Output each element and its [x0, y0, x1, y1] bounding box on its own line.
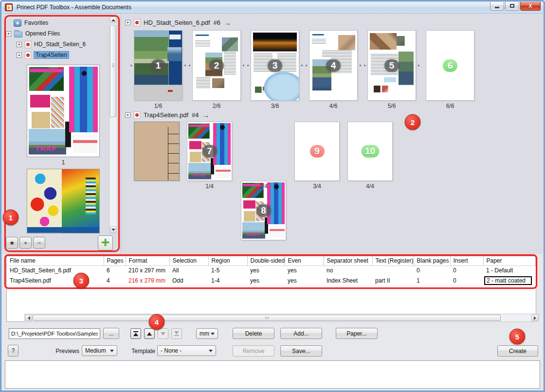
insert-arrow-icon[interactable]: → [224, 18, 231, 27]
save-button[interactable]: Save... [280, 345, 322, 356]
move-up-button[interactable] [144, 328, 155, 339]
create-button[interactable]: Create [497, 345, 538, 356]
column-header[interactable]: Double-sided [247, 256, 285, 266]
cell-selection[interactable]: All [169, 266, 208, 275]
help-button[interactable]: ? [8, 345, 18, 356]
previews-dropdown[interactable]: Medium [82, 345, 117, 356]
expander-icon[interactable]: + [17, 53, 22, 58]
sidebar-page-thumbnail-2[interactable] [27, 169, 100, 233]
page-thumbnail-blank[interactable]: 10 [347, 122, 393, 181]
unit-dropdown[interactable]: mm [196, 328, 218, 339]
document-name[interactable]: HD_Stadt_Seiten_6.pdf [144, 19, 210, 26]
expander-icon[interactable]: + [17, 42, 22, 47]
cell-text-register[interactable]: part II [372, 275, 414, 286]
page-thumbnail[interactable]: 2 [192, 30, 241, 101]
column-header[interactable]: Region [208, 256, 247, 266]
title-bar[interactable]: Prinect PDF Toolbox - Assemble Documents… [1, 1, 544, 14]
cell-insert[interactable]: 0 [450, 266, 483, 275]
column-header[interactable]: Even [285, 256, 324, 266]
cell-double-sided[interactable]: yes [247, 275, 285, 286]
paper-button[interactable]: Paper... [336, 328, 378, 339]
expander-icon[interactable]: + [125, 20, 130, 25]
column-header[interactable]: Text (Register) [372, 256, 414, 266]
cell-blank-pages[interactable]: 1 [414, 275, 450, 286]
pdf-icon [25, 52, 31, 59]
cell-paper[interactable]: 1 - Default [483, 266, 535, 275]
sidebar-item-favorites[interactable]: ★ Favorites [14, 18, 48, 27]
column-header[interactable]: Pages [104, 256, 126, 266]
add-document-button[interactable]: + [98, 235, 113, 250]
delete-button[interactable]: Delete [233, 328, 274, 339]
expander-icon[interactable]: + [125, 112, 130, 118]
page-thumbnail[interactable]: 8 [241, 181, 286, 240]
column-header[interactable]: Format [126, 256, 169, 266]
scroll-up-button[interactable] [110, 17, 116, 23]
horizontal-scrollbar[interactable] [24, 314, 539, 322]
cell-format[interactable]: 210 x 297 mm [126, 266, 169, 275]
paper-edit-box[interactable]: 2 - matt coated [484, 276, 532, 285]
browse-button[interactable]: ... [103, 328, 119, 339]
document-name[interactable]: Trap4Seiten.pdf [144, 111, 188, 119]
collapse-button[interactable]: − [33, 237, 45, 249]
move-to-bottom-button[interactable] [171, 328, 182, 339]
cell-region[interactable]: 1-4 [208, 275, 247, 286]
insert-arrow-icon[interactable]: → [202, 111, 210, 119]
cell-format-warning[interactable]: 216 x 279 mm [126, 275, 169, 286]
maximize-button[interactable] [505, 1, 519, 11]
column-header[interactable]: File name [7, 256, 104, 266]
column-header[interactable]: Paper [483, 256, 535, 266]
cell-text-register[interactable] [372, 266, 414, 275]
cell-insert[interactable]: 0 [450, 275, 483, 286]
move-to-top-button[interactable] [130, 328, 141, 339]
path-input[interactable] [9, 328, 100, 339]
close-button[interactable]: X [520, 1, 541, 11]
column-header[interactable]: Insert [450, 256, 483, 266]
expander-icon[interactable]: + [6, 31, 11, 36]
add-button[interactable]: Add... [280, 328, 322, 339]
cell-selection[interactable]: Odd [169, 275, 208, 286]
cell-even[interactable]: yes [285, 275, 324, 286]
sidebar-item-opened-files[interactable]: + Opened Files [6, 29, 60, 38]
scroll-down-button[interactable] [110, 226, 116, 233]
column-header[interactable]: Blank pages [414, 256, 450, 266]
cell-double-sided[interactable]: yes [247, 266, 285, 275]
cell-file-name[interactable]: HD_Stadt_Seiten_6.pdf [7, 266, 104, 275]
cell-region[interactable]: 1-5 [208, 266, 247, 275]
page-thumbnail-blank[interactable]: 6 [426, 30, 474, 101]
page-thumbnail[interactable]: 7 [187, 122, 232, 181]
sidebar-page-thumbnail-1[interactable] [27, 65, 100, 157]
page-thumbnail[interactable]: 4 [309, 30, 358, 101]
remove-button[interactable]: Remove [233, 345, 274, 356]
move-down-button[interactable] [158, 328, 168, 339]
expand-button[interactable]: + [19, 237, 32, 249]
maximize-icon [510, 4, 514, 8]
scrollbar-thumb[interactable] [110, 25, 116, 117]
minimize-button[interactable] [490, 1, 504, 11]
cell-even[interactable]: yes [285, 266, 324, 275]
sidebar-scrollbar[interactable] [109, 16, 117, 234]
cell-separator-sheet[interactable]: no [324, 266, 372, 275]
column-header[interactable]: Separator sheet [324, 256, 372, 266]
page-thumbnail[interactable]: 1 [134, 30, 182, 101]
sidebar-item-trap4seiten[interactable]: + Trap4Seiten [17, 51, 69, 59]
favorite-button[interactable]: ★ [6, 237, 18, 249]
scroll-left-button[interactable] [25, 315, 32, 321]
scroll-right-button[interactable] [531, 315, 538, 321]
message-output-box [5, 360, 540, 389]
cell-pages[interactable]: 6 [104, 266, 126, 275]
cell-pages[interactable]: 4 [104, 275, 126, 286]
cell-separator-sheet[interactable]: Index Sheet [324, 275, 372, 286]
sidebar-item-hd-stadt-seiten[interactable]: + HD_Stadt_Seiten_6 [17, 40, 86, 49]
pdf-icon [25, 41, 31, 48]
page-thumbnail-blank[interactable]: 9 [294, 122, 340, 181]
column-header[interactable]: Selection [169, 256, 208, 266]
cell-paper-editing[interactable]: 2 - matt coated [483, 275, 535, 286]
arrow-down-icon [161, 332, 165, 336]
page-thumbnail[interactable]: 5 [367, 30, 416, 101]
cell-blank-pages[interactable]: 0 [414, 266, 450, 275]
scrollbar-thumb[interactable] [33, 315, 501, 321]
separator-sheet-thumbnail[interactable] [134, 122, 180, 181]
template-dropdown[interactable]: - None - [157, 345, 216, 356]
page-thumbnail[interactable]: 3 [251, 30, 299, 101]
arrow-down-icon [111, 229, 115, 231]
